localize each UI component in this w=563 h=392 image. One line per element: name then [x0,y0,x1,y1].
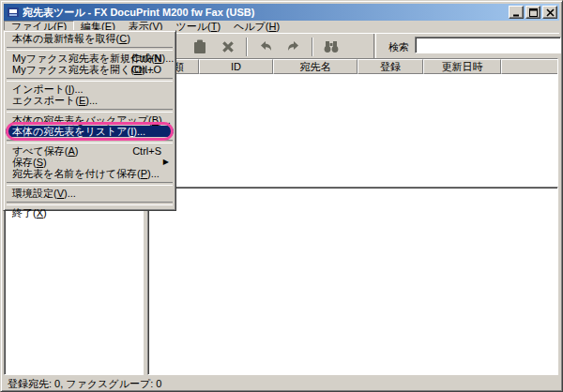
redo-button[interactable] [280,36,308,58]
menubar-item-4[interactable]: ヘルプ(H) [227,21,286,33]
menu-separator [6,106,174,114]
file-menu-item-8[interactable]: 本体の宛先表をバックアップ(B)... [6,114,174,126]
binoculars-icon [322,38,341,56]
file-menu-item-13[interactable]: 宛先表を名前を付けて保存(P)... [6,168,174,179]
maximize-button[interactable] [525,6,540,19]
close-button[interactable] [542,6,557,19]
file-menu-item-15[interactable]: 環境設定(V)... [6,188,174,199]
menubar-item-3[interactable]: ツール(T) [169,21,227,33]
file-menu-item-5[interactable]: インポート(I)... [6,83,174,95]
address-list-body[interactable] [148,74,557,186]
app-icon [7,6,20,19]
find-button[interactable] [317,36,345,58]
delete-x-icon [219,38,237,56]
file-menu-item-0[interactable]: 本体の最新情報を取得(C) [6,33,174,44]
list-column-headers: 種類ID宛先名登録更新日時 [148,59,557,74]
paste-button[interactable] [186,36,214,58]
status-text: 登録宛先: 0, ファクスグループ: 0 [8,378,161,389]
submenu-arrow-icon: ▶ [163,157,169,168]
redo-arrow-icon [284,38,303,56]
toolbar-separator [246,38,248,56]
close-icon [546,8,555,17]
delete-button[interactable] [214,36,242,58]
menu-separator [6,137,174,145]
column-header-blank[interactable] [501,59,558,74]
window-title: 宛先表ツール - FX DocuPrint M200 fw Fax (USB) [23,6,507,20]
undo-button[interactable] [251,36,280,58]
menu-accelerator: Ctrl+O [131,64,161,75]
file-menu-popup: 本体の最新情報を取得(C)Myファクス宛先表を新規作成(N)...Ctrl+NM… [3,30,176,211]
column-header-更新日時[interactable]: 更新日時 [423,59,501,74]
toolbar-separator [312,38,313,56]
menu-accelerator: Ctrl+S [132,145,161,157]
menu-accelerator: Ctrl+N [132,53,161,64]
file-menu-item-3[interactable]: Myファクス宛先表を開く(O)...Ctrl+O [6,64,174,75]
file-menu-item-11[interactable]: すべて保存(A)Ctrl+S [6,145,174,157]
minimize-button[interactable] [509,6,524,19]
maximize-icon [529,8,538,17]
toolbar-buttons [186,36,345,58]
column-header-ID[interactable]: ID [199,59,273,74]
address-list-panel: 種類ID宛先名登録更新日時 [147,58,558,187]
file-menu-item-12[interactable]: 保存(S)▶ [6,157,174,168]
file-menu-item-6[interactable]: エクスポート(E)... [6,95,174,106]
menu-separator [6,179,174,188]
status-bar: 登録宛先: 0, ファクスグループ: 0 [4,377,559,390]
file-menu-item-17[interactable]: 終了(X) [6,207,174,219]
menu-separator [6,199,174,207]
group-detail-panel[interactable] [147,187,558,375]
minimize-icon [512,8,521,17]
search-input[interactable] [415,37,561,53]
column-header-宛先名[interactable]: 宛先名 [273,59,358,74]
file-menu-item-2[interactable]: Myファクス宛先表を新規作成(N)...Ctrl+N [6,53,174,64]
app-window: 宛先表ツール - FX DocuPrint M200 fw Fax (USB) … [0,0,563,392]
column-header-登録[interactable]: 登録 [358,59,423,74]
toolbar-band-separator [373,34,376,58]
undo-arrow-icon [256,38,275,56]
search-label: 検索 [388,40,409,54]
file-menu-item-9[interactable]: 本体の宛先表をリストア(I)... [6,126,174,137]
title-bar: 宛先表ツール - FX DocuPrint M200 fw Fax (USB) [4,4,559,21]
menu-separator [6,44,174,53]
menu-separator [6,75,174,83]
paste-icon [190,38,209,56]
